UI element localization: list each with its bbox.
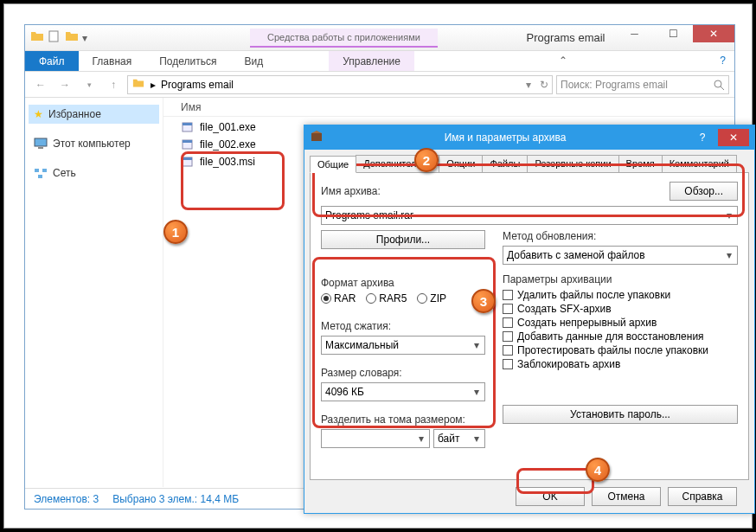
help-button[interactable]: Справка bbox=[668, 487, 737, 506]
titlebar: ▾ Средства работы с приложениями Program… bbox=[25, 25, 734, 51]
ok-button[interactable]: OK bbox=[516, 487, 585, 506]
dtab-files[interactable]: Файлы bbox=[482, 155, 528, 172]
svg-rect-9 bbox=[183, 123, 192, 125]
navigation-bar: ← → ▾ ↑ ▸ Programs email ▾ ↻ Поиск: Prog… bbox=[25, 72, 734, 98]
help-icon[interactable]: ? bbox=[711, 51, 734, 71]
search-placeholder: Поиск: Programs email bbox=[561, 79, 668, 91]
status-selected: Выбрано 3 элем.: 14,4 МБ bbox=[112, 493, 239, 505]
password-button[interactable]: Установить пароль... bbox=[503, 405, 738, 424]
split-unit-select[interactable]: байт bbox=[433, 429, 485, 448]
folder-icon bbox=[131, 77, 145, 92]
folder-icon bbox=[30, 29, 44, 46]
radio-zip[interactable]: ZIP bbox=[417, 292, 446, 304]
star-icon: ★ bbox=[34, 108, 43, 120]
properties-icon[interactable] bbox=[48, 29, 61, 46]
ribbon-tabs: Файл Главная Поделиться Вид Управление ⌃… bbox=[25, 51, 734, 72]
nav-network[interactable]: Сеть bbox=[29, 163, 159, 183]
maximize-button[interactable]: ☐ bbox=[654, 25, 693, 42]
network-icon bbox=[34, 167, 48, 179]
dtab-backup[interactable]: Резервные копии bbox=[527, 155, 618, 172]
compression-label: Метод сжатия: bbox=[321, 320, 485, 332]
address-bar[interactable]: ▸ Programs email ▾ ↻ bbox=[127, 75, 553, 94]
dtab-time[interactable]: Время bbox=[618, 155, 663, 172]
dtab-general[interactable]: Общие bbox=[310, 156, 356, 173]
radio-rar[interactable]: RAR bbox=[321, 292, 356, 304]
archive-name-label: Имя архива: bbox=[321, 185, 381, 197]
dictionary-label: Размер словаря: bbox=[321, 367, 485, 379]
new-folder-icon[interactable] bbox=[65, 29, 79, 46]
dictionary-select[interactable]: 4096 КБ bbox=[321, 382, 485, 401]
check-solid[interactable]: Создать непрерывный архив bbox=[503, 317, 738, 329]
msi-icon bbox=[181, 156, 195, 168]
tab-view[interactable]: Вид bbox=[230, 51, 277, 71]
check-recovery[interactable]: Добавить данные для восстановления bbox=[503, 330, 738, 343]
check-delete[interactable]: Удалить файлы после упаковки bbox=[503, 289, 738, 301]
winrar-icon bbox=[310, 130, 324, 146]
status-items: Элементов: 3 bbox=[34, 493, 99, 505]
chevron-down-icon[interactable]: ▾ bbox=[82, 32, 87, 44]
svg-rect-11 bbox=[183, 140, 192, 143]
search-input[interactable]: Поиск: Programs email bbox=[556, 75, 729, 94]
update-method-select[interactable]: Добавить с заменой файлов bbox=[503, 246, 738, 265]
column-header-name[interactable]: Имя bbox=[163, 98, 734, 117]
tab-file[interactable]: Файл bbox=[25, 51, 79, 71]
dtab-advanced[interactable]: Дополнительно bbox=[356, 155, 439, 172]
dialog-tabs: Общие Дополнительно Опции Файлы Резервны… bbox=[310, 155, 749, 173]
quick-access-toolbar: ▾ bbox=[25, 29, 87, 46]
profiles-button[interactable]: Профили... bbox=[321, 230, 485, 249]
split-label: Разделить на тома размером: bbox=[321, 413, 485, 426]
svg-rect-14 bbox=[311, 133, 322, 141]
nav-favorites[interactable]: ★Избранное bbox=[29, 105, 159, 124]
archive-dialog: Имя и параметры архива ? ✕ Общие Дополни… bbox=[304, 125, 755, 514]
update-method-label: Метод обновления: bbox=[503, 230, 738, 242]
check-test[interactable]: Протестировать файлы после упаковки bbox=[503, 344, 738, 356]
format-label: Формат архива bbox=[321, 277, 485, 289]
breadcrumb[interactable]: Programs email bbox=[161, 79, 234, 91]
back-button[interactable]: ← bbox=[30, 74, 51, 95]
split-size-input[interactable] bbox=[321, 429, 430, 448]
svg-rect-3 bbox=[35, 138, 47, 146]
dialog-help-button[interactable]: ? bbox=[687, 129, 718, 146]
dialog-title: Имя и параметры архива bbox=[324, 131, 687, 144]
svg-rect-13 bbox=[183, 157, 192, 160]
explorer-window: ▾ Средства работы с приложениями Program… bbox=[24, 24, 735, 510]
navigation-pane: ★Избранное Этот компьютер Сеть bbox=[25, 98, 163, 487]
check-sfx[interactable]: Создать SFX-архив bbox=[503, 303, 738, 315]
dialog-titlebar: Имя и параметры архива ? ✕ bbox=[304, 125, 754, 150]
svg-rect-7 bbox=[38, 175, 42, 178]
dtab-options[interactable]: Опции bbox=[439, 155, 483, 172]
svg-rect-5 bbox=[35, 169, 39, 172]
browse-button[interactable]: Обзор... bbox=[670, 182, 738, 201]
minimize-button[interactable]: ─ bbox=[615, 25, 654, 42]
check-lock[interactable]: Заблокировать архив bbox=[503, 358, 738, 370]
compression-select[interactable]: Максимальный bbox=[321, 336, 485, 355]
computer-icon bbox=[34, 138, 48, 150]
archive-name-input[interactable]: Programs email.rar bbox=[321, 206, 738, 225]
exe-icon bbox=[181, 138, 195, 151]
svg-line-2 bbox=[721, 87, 724, 90]
tab-share[interactable]: Поделиться bbox=[145, 51, 230, 71]
contextual-tab-label: Средства работы с приложениями bbox=[250, 29, 438, 48]
cancel-button[interactable]: Отмена bbox=[592, 487, 661, 506]
radio-rar5[interactable]: RAR5 bbox=[366, 292, 407, 304]
tab-home[interactable]: Главная bbox=[79, 51, 146, 71]
exe-icon bbox=[181, 121, 195, 133]
nav-thispc[interactable]: Этот компьютер bbox=[29, 134, 159, 153]
up-button[interactable]: ↑ bbox=[103, 74, 124, 95]
tab-manage[interactable]: Управление bbox=[329, 51, 414, 71]
svg-rect-0 bbox=[49, 31, 58, 42]
recent-button[interactable]: ▾ bbox=[79, 74, 99, 95]
svg-rect-6 bbox=[42, 169, 47, 172]
dialog-close-button[interactable]: ✕ bbox=[718, 129, 749, 146]
svg-rect-4 bbox=[38, 147, 43, 149]
svg-point-1 bbox=[714, 80, 721, 87]
close-button[interactable]: ✕ bbox=[693, 25, 734, 42]
collapse-ribbon-icon[interactable]: ⌃ bbox=[550, 51, 576, 71]
dtab-comment[interactable]: Комментарий bbox=[662, 155, 737, 172]
search-icon bbox=[713, 79, 725, 91]
params-label: Параметры архивации bbox=[503, 273, 738, 285]
forward-button[interactable]: → bbox=[54, 74, 75, 95]
